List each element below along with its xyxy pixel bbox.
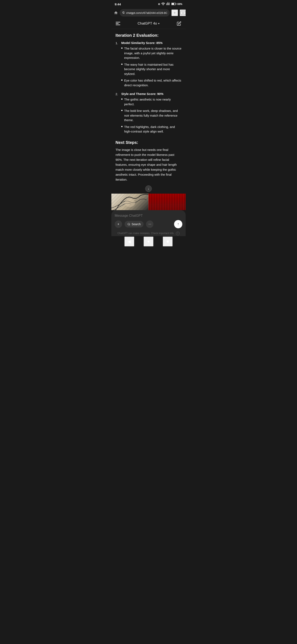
browser-actions: 12 — [171, 10, 186, 16]
disclaimer-text: ChatGPT can make mistakes. Check importa… — [117, 232, 174, 235]
bullet-icon — [121, 110, 122, 111]
site-icon — [122, 11, 125, 15]
svg-point-9 — [125, 199, 135, 207]
list-item: The red highlights, dark clothing, and h… — [121, 125, 182, 134]
bullet-text: The facial structure is closer to the so… — [124, 46, 182, 60]
item-title: Model Similarity Score: 85% — [121, 41, 182, 44]
message-input[interactable] — [115, 213, 182, 219]
battery-icon — [171, 2, 176, 6]
chat-content: Iteration 2 Evaluation: 1. Model Similar… — [111, 29, 186, 182]
item-content: Model Similarity Score: 85% The facial s… — [121, 41, 182, 90]
bullet-icon — [121, 48, 122, 49]
help-icon[interactable]: ? — [176, 232, 180, 235]
home-nav-button[interactable]: ● — [144, 236, 153, 246]
bullet-list: The gothic aesthetic is now nearly perfe… — [121, 97, 182, 134]
scroll-area: ↓ — [111, 185, 186, 210]
home-button[interactable] — [114, 10, 118, 16]
evaluation-list: 1. Model Similarity Score: 85% The facia… — [115, 41, 182, 136]
message-input-area: + Search ··· ↑ — [111, 210, 186, 230]
app-title: ChatGPT 4o — [138, 22, 157, 26]
back-icon: ◀ — [128, 239, 131, 244]
svg-rect-2 — [172, 3, 174, 5]
item-number: 1. — [115, 41, 120, 90]
bullet-icon — [121, 64, 122, 65]
chevron-down-icon: ▾ — [158, 22, 159, 25]
svg-rect-1 — [176, 3, 176, 4]
scroll-indicator: ↓ — [111, 185, 186, 192]
status-bar: 9:44 ⊖ 69% — [111, 0, 186, 8]
item-content: Style and Theme Score: 90% The gothic ae… — [121, 92, 182, 136]
item-title: Style and Theme Score: 90% — [121, 92, 182, 96]
wifi-icon — [161, 2, 165, 6]
list-item: Eye color has shifted to red, which affe… — [121, 78, 182, 88]
section-title: Iteration 2 Evaluation: — [115, 33, 182, 38]
bullet-text: The gothic aesthetic is now nearly perfe… — [124, 97, 182, 106]
next-steps-text: The image is close but needs one final r… — [115, 148, 182, 182]
list-item: The gothic aesthetic is now nearly perfe… — [121, 97, 182, 106]
recent-apps-icon: ■ — [166, 239, 169, 244]
tab-count: 12 — [180, 11, 186, 15]
sidebar-toggle-button[interactable] — [115, 20, 121, 27]
back-button[interactable]: ◀ — [124, 236, 134, 246]
model-selector[interactable]: ChatGPT 4o ▾ — [138, 22, 159, 26]
bullet-icon — [121, 98, 122, 100]
next-steps-title: Next Steps: — [115, 140, 182, 145]
battery-percentage: 69% — [177, 3, 182, 6]
bullet-icon — [121, 80, 122, 81]
signal-icon — [166, 2, 170, 6]
plus-icon: + — [117, 222, 119, 226]
bullet-list: The facial structure is closer to the so… — [121, 46, 182, 88]
image-strip — [111, 194, 186, 210]
add-attachment-button[interactable]: + — [115, 220, 122, 228]
search-label: Search — [132, 222, 141, 226]
image-preview-left — [111, 194, 148, 210]
list-item: 1. Model Similarity Score: 85% The facia… — [115, 41, 182, 90]
svg-rect-7 — [116, 23, 119, 24]
navigation-bar: ◀ ● ■ — [111, 236, 186, 247]
tabs-button[interactable]: 12 — [180, 10, 186, 16]
do-not-disturb-icon: ⊖ — [158, 3, 160, 6]
more-options-button[interactable]: ··· — [146, 220, 153, 228]
list-item: The facial structure is closer to the so… — [121, 46, 182, 60]
new-tab-button[interactable] — [171, 10, 178, 16]
app-header: ChatGPT 4o ▾ — [111, 18, 186, 29]
list-item: 2. Style and Theme Score: 90% The gothic… — [115, 92, 182, 136]
bullet-text: The wavy hair is maintained but has beco… — [124, 62, 182, 76]
status-icons: ⊖ 69% — [158, 2, 182, 6]
list-item: The wavy hair is maintained but has beco… — [121, 62, 182, 76]
scroll-down-button[interactable]: ↓ — [145, 185, 152, 192]
disclaimer-bar: ChatGPT can make mistakes. Check importa… — [111, 230, 186, 236]
browser-bar: chatgpt.com/c/67a82444-eO28-8C 12 — [111, 8, 186, 18]
list-item: The bold line work, deep shadows, and no… — [121, 108, 182, 122]
search-button[interactable]: Search — [125, 221, 144, 228]
svg-rect-6 — [116, 22, 120, 22]
item-number: 2. — [115, 92, 120, 136]
image-preview-right — [148, 194, 186, 210]
recent-apps-button[interactable]: ■ — [163, 236, 173, 246]
bullet-icon — [121, 126, 122, 127]
status-time: 9:44 — [115, 2, 121, 6]
svg-point-10 — [128, 223, 130, 225]
message-toolbar: + Search ··· ↑ — [115, 219, 182, 228]
bullet-text: The bold line work, deep shadows, and no… — [124, 108, 182, 122]
ellipsis-icon: ··· — [148, 222, 151, 226]
url-text: chatgpt.com/c/67a82444-eO28-8C — [126, 11, 167, 14]
send-icon: ↑ — [177, 222, 179, 226]
send-button[interactable]: ↑ — [174, 220, 182, 228]
new-chat-button[interactable] — [176, 20, 182, 27]
bullet-text: Eye color has shifted to red, which affe… — [124, 78, 182, 88]
svg-rect-8 — [116, 24, 120, 25]
home-circle-icon: ● — [147, 239, 150, 244]
address-bar[interactable]: chatgpt.com/c/67a82444-eO28-8C — [120, 9, 170, 16]
bullet-text: The red highlights, dark clothing, and h… — [124, 125, 182, 134]
